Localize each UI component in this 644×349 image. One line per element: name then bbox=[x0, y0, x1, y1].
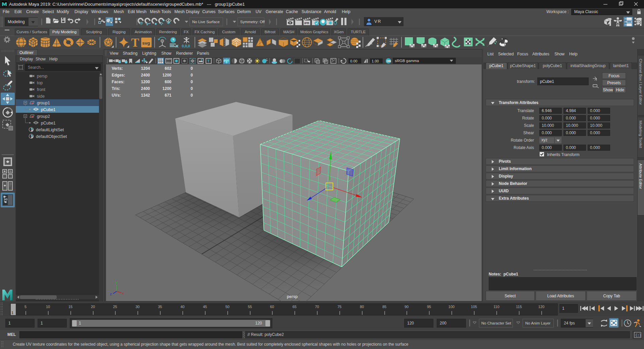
svg-text:35: 35 bbox=[158, 305, 162, 309]
svg-text:70: 70 bbox=[315, 305, 319, 309]
svg-text:side: side bbox=[37, 94, 45, 99]
svg-text:0: 0 bbox=[191, 93, 193, 98]
svg-text:30: 30 bbox=[136, 305, 140, 309]
svg-text:svg: svg bbox=[142, 41, 150, 46]
svg-text:1342: 1342 bbox=[141, 93, 150, 98]
svg-text:1200: 1200 bbox=[141, 80, 150, 84]
svg-text:45: 45 bbox=[203, 305, 207, 309]
svg-text:z: z bbox=[110, 292, 112, 296]
svg-text:5: 5 bbox=[24, 305, 26, 309]
svg-text:top: top bbox=[37, 81, 43, 85]
svg-text:T: T bbox=[131, 36, 139, 49]
svg-text:Verts:: Verts: bbox=[112, 66, 123, 71]
svg-text:671: 671 bbox=[165, 93, 171, 98]
svg-text:2400: 2400 bbox=[141, 73, 150, 78]
svg-text:persp: persp bbox=[37, 74, 47, 79]
svg-text:IPR: IPR bbox=[304, 21, 310, 25]
svg-text:T: T bbox=[207, 59, 210, 63]
svg-text:40: 40 bbox=[180, 305, 184, 309]
svg-text:20: 20 bbox=[91, 305, 95, 309]
svg-text:25: 25 bbox=[113, 305, 117, 309]
svg-text:120: 120 bbox=[538, 305, 544, 309]
svg-text:80: 80 bbox=[360, 305, 364, 309]
svg-text:0: 0 bbox=[191, 80, 193, 84]
svg-text:y: y bbox=[116, 281, 117, 284]
svg-text:persp: persp bbox=[287, 294, 298, 299]
svg-text:sRGB gamma: sRGB gamma bbox=[395, 59, 419, 63]
svg-text:50: 50 bbox=[225, 305, 229, 309]
svg-text:1200: 1200 bbox=[162, 73, 171, 78]
svg-text:10: 10 bbox=[46, 305, 50, 309]
svg-text:75: 75 bbox=[337, 305, 341, 309]
svg-text:{;}: {;} bbox=[635, 334, 641, 337]
svg-text:x: x bbox=[122, 292, 124, 295]
svg-text:1204: 1204 bbox=[141, 66, 150, 71]
svg-text:pCube1: pCube1 bbox=[41, 107, 56, 112]
svg-text:front: front bbox=[37, 87, 46, 92]
svg-text:defaultLightSet: defaultLightSet bbox=[36, 128, 64, 132]
svg-text:110: 110 bbox=[493, 305, 499, 309]
svg-text:95: 95 bbox=[427, 305, 431, 309]
svg-text:UVs:: UVs: bbox=[112, 93, 121, 98]
svg-text:ON: ON bbox=[387, 59, 391, 63]
svg-text:85: 85 bbox=[382, 305, 386, 309]
svg-text:0.00: 0.00 bbox=[350, 59, 357, 63]
svg-text:0: 0 bbox=[191, 66, 193, 71]
svg-text:Faces:: Faces: bbox=[112, 80, 124, 84]
svg-text:Edges:: Edges: bbox=[112, 73, 125, 78]
svg-text:55: 55 bbox=[248, 305, 252, 309]
svg-text:2400: 2400 bbox=[141, 86, 150, 91]
svg-text:defaultObjectSet: defaultObjectSet bbox=[36, 134, 67, 139]
svg-text:115: 115 bbox=[516, 305, 522, 309]
svg-text:60: 60 bbox=[270, 305, 274, 309]
svg-text:group1: group1 bbox=[37, 101, 50, 105]
svg-text:1: 1 bbox=[11, 311, 13, 315]
svg-text:65: 65 bbox=[292, 305, 297, 309]
svg-text:1200: 1200 bbox=[162, 86, 171, 91]
svg-text:600: 600 bbox=[165, 80, 171, 84]
svg-text:group2: group2 bbox=[37, 114, 50, 119]
svg-text:0: 0 bbox=[191, 73, 193, 78]
svg-text:602: 602 bbox=[165, 66, 171, 71]
svg-text:0: 0 bbox=[191, 86, 193, 91]
svg-text:0,0,0: 0,0,0 bbox=[182, 44, 190, 48]
svg-text:Tris:: Tris: bbox=[112, 86, 120, 91]
svg-text:pCube1: pCube1 bbox=[41, 121, 56, 126]
svg-text:15: 15 bbox=[68, 305, 72, 309]
svg-text:90: 90 bbox=[405, 305, 409, 309]
svg-text:100: 100 bbox=[448, 305, 454, 309]
svg-text:105: 105 bbox=[471, 305, 477, 309]
svg-text:1.00: 1.00 bbox=[372, 59, 379, 63]
